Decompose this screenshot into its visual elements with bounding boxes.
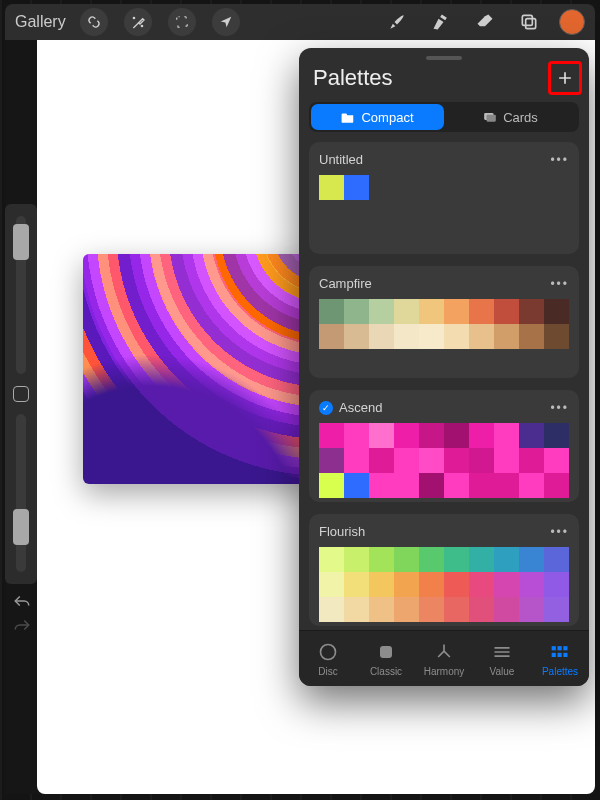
- tab-palettes[interactable]: Palettes: [531, 631, 589, 686]
- brush-size-slider[interactable]: [16, 216, 26, 374]
- swatch-empty[interactable]: [469, 225, 494, 250]
- swatch[interactable]: [519, 423, 544, 448]
- palette-name[interactable]: Campfire: [319, 276, 372, 291]
- swatch-empty[interactable]: [369, 200, 394, 225]
- swatch[interactable]: [444, 572, 469, 597]
- transform-icon[interactable]: [212, 8, 240, 36]
- swatch[interactable]: [319, 423, 344, 448]
- swatch-empty[interactable]: [394, 175, 419, 200]
- swatch[interactable]: [494, 423, 519, 448]
- swatch[interactable]: [394, 597, 419, 622]
- swatch[interactable]: [319, 572, 344, 597]
- swatch[interactable]: [419, 423, 444, 448]
- swatch-empty[interactable]: [494, 225, 519, 250]
- selection-icon[interactable]: [168, 8, 196, 36]
- swatch[interactable]: [319, 473, 344, 498]
- segmented-cards[interactable]: Cards: [444, 104, 577, 130]
- swatch[interactable]: [544, 324, 569, 349]
- swatch[interactable]: [469, 597, 494, 622]
- swatch-empty[interactable]: [319, 225, 344, 250]
- swatch[interactable]: [469, 473, 494, 498]
- swatch[interactable]: [419, 572, 444, 597]
- palette-card[interactable]: ✓Ascend•••: [309, 390, 579, 502]
- swatch-empty[interactable]: [544, 349, 569, 374]
- swatch[interactable]: [469, 423, 494, 448]
- swatch[interactable]: [419, 473, 444, 498]
- swatch[interactable]: [494, 597, 519, 622]
- swatch-empty[interactable]: [494, 349, 519, 374]
- tab-harmony[interactable]: Harmony: [415, 631, 473, 686]
- swatch[interactable]: [319, 597, 344, 622]
- swatch[interactable]: [394, 423, 419, 448]
- swatch[interactable]: [344, 423, 369, 448]
- swatch[interactable]: [544, 423, 569, 448]
- palette-more-icon[interactable]: •••: [550, 277, 569, 291]
- modify-button[interactable]: [13, 386, 29, 402]
- swatch-empty[interactable]: [544, 225, 569, 250]
- swatch[interactable]: [519, 299, 544, 324]
- swatch-empty[interactable]: [544, 175, 569, 200]
- swatch[interactable]: [544, 572, 569, 597]
- swatch-empty[interactable]: [444, 349, 469, 374]
- swatch[interactable]: [319, 299, 344, 324]
- swatch-empty[interactable]: [519, 200, 544, 225]
- swatch[interactable]: [394, 448, 419, 473]
- swatch[interactable]: [369, 597, 394, 622]
- swatch-empty[interactable]: [344, 225, 369, 250]
- swatch-empty[interactable]: [319, 200, 344, 225]
- swatch[interactable]: [469, 299, 494, 324]
- adjustments-icon[interactable]: [124, 8, 152, 36]
- swatch[interactable]: [369, 299, 394, 324]
- swatch[interactable]: [519, 572, 544, 597]
- swatch[interactable]: [469, 547, 494, 572]
- swatch-empty[interactable]: [444, 225, 469, 250]
- swatch[interactable]: [369, 572, 394, 597]
- swatch-empty[interactable]: [494, 200, 519, 225]
- swatch-empty[interactable]: [394, 200, 419, 225]
- swatch-empty[interactable]: [519, 225, 544, 250]
- palette-name[interactable]: ✓Ascend: [319, 400, 382, 415]
- swatch[interactable]: [319, 547, 344, 572]
- swatch[interactable]: [544, 597, 569, 622]
- swatch[interactable]: [494, 448, 519, 473]
- palette-more-icon[interactable]: •••: [550, 153, 569, 167]
- swatch[interactable]: [344, 324, 369, 349]
- swatch[interactable]: [444, 473, 469, 498]
- palette-name[interactable]: Untitled: [319, 152, 363, 167]
- tab-value[interactable]: Value: [473, 631, 531, 686]
- swatch[interactable]: [519, 597, 544, 622]
- swatch[interactable]: [394, 572, 419, 597]
- swatch-empty[interactable]: [369, 225, 394, 250]
- actions-icon[interactable]: [80, 8, 108, 36]
- palettes-list[interactable]: Untitled•••Campfire•••✓Ascend•••Flourish…: [299, 142, 589, 630]
- layers-icon[interactable]: [515, 8, 543, 36]
- swatch[interactable]: [344, 448, 369, 473]
- swatch[interactable]: [344, 299, 369, 324]
- swatch[interactable]: [394, 324, 419, 349]
- swatch[interactable]: [469, 324, 494, 349]
- eraser-icon[interactable]: [471, 8, 499, 36]
- swatch[interactable]: [419, 324, 444, 349]
- swatch-empty[interactable]: [344, 349, 369, 374]
- swatch-empty[interactable]: [494, 175, 519, 200]
- swatch[interactable]: [419, 448, 444, 473]
- swatch-empty[interactable]: [319, 349, 344, 374]
- palette-more-icon[interactable]: •••: [550, 525, 569, 539]
- swatch[interactable]: [494, 299, 519, 324]
- swatch[interactable]: [544, 473, 569, 498]
- undo-icon[interactable]: [13, 594, 31, 608]
- swatch-empty[interactable]: [519, 175, 544, 200]
- swatch[interactable]: [469, 572, 494, 597]
- swatch[interactable]: [494, 324, 519, 349]
- swatch[interactable]: [544, 547, 569, 572]
- swatch[interactable]: [344, 473, 369, 498]
- swatch-empty[interactable]: [444, 175, 469, 200]
- swatch[interactable]: [319, 175, 344, 200]
- brush-opacity-slider[interactable]: [16, 414, 26, 572]
- swatch[interactable]: [444, 448, 469, 473]
- color-picker-button[interactable]: [559, 9, 585, 35]
- redo-icon[interactable]: [13, 618, 31, 632]
- swatch[interactable]: [319, 324, 344, 349]
- swatch[interactable]: [444, 547, 469, 572]
- add-palette-button[interactable]: [551, 64, 579, 92]
